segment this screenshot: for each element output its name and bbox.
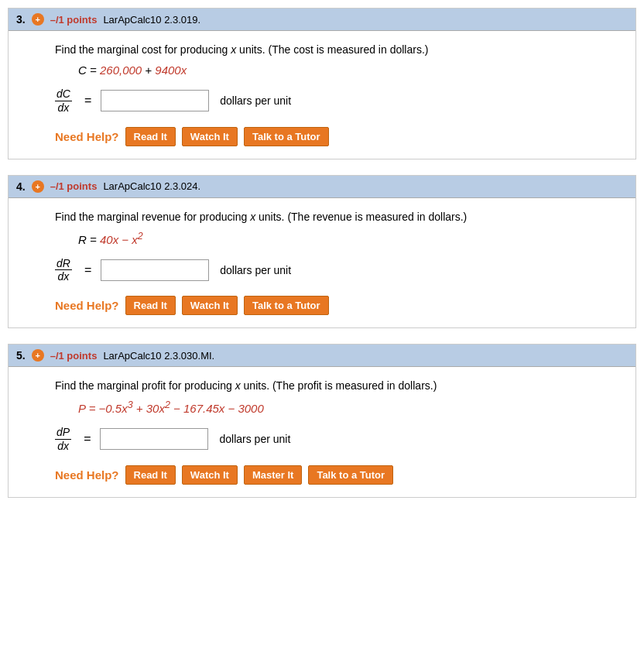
need-help-label-5: Need Help? [55,468,119,482]
derivative-top-4: dR [55,257,72,271]
problem-id-4: LarApCalc10 2.3.024. [103,180,200,192]
question-5-header: 5. + –/1 points LarApCalc10 2.3.030.MI. [9,345,635,367]
points-3: –/1 points [50,14,98,26]
watch-it-btn-3[interactable]: Watch It [182,127,238,146]
answer-row-4: dR dx = dollars per unit [55,257,620,284]
question-5-body: Find the marginal profit for producing x… [9,367,635,497]
derivative-fraction-4: dR dx [55,257,72,284]
answer-input-4[interactable] [101,259,209,281]
points-icon-5: + [32,349,44,362]
derivative-top-3: dC [55,87,72,101]
read-it-btn-4[interactable]: Read It [125,296,176,315]
question-4-header: 4. + –/1 points LarApCalc10 2.3.024. [9,176,635,198]
question-4-number: 4. [16,180,26,193]
derivative-top-5: dP [55,426,71,440]
derivative-bottom-3: dx [57,101,71,115]
need-help-row-4: Need Help? Read It Watch It Talk to a Tu… [55,296,620,315]
equals-3: = [84,94,91,108]
equals-4: = [84,263,91,277]
derivative-bottom-4: dx [57,270,71,283]
question-3-header: 3. + –/1 points LarApCalc10 2.3.019. [9,9,635,31]
watch-it-btn-5[interactable]: Watch It [182,465,238,485]
problem-text-4: Find the marginal revenue for producing … [55,211,620,223]
question-4-body: Find the marginal revenue for producing … [9,198,635,328]
equation-5: P = −0.5x3 + 30x2 − 167.45x − 3000 [78,399,620,415]
points-icon-3: + [32,13,44,26]
read-it-btn-3[interactable]: Read It [125,127,176,146]
answer-input-5[interactable] [100,428,208,450]
units-3: dollars per unit [220,94,291,107]
need-help-row-3: Need Help? Read It Watch It Talk to a Tu… [55,127,620,146]
question-5-number: 5. [16,349,26,362]
problem-id-5: LarApCalc10 2.3.030.MI. [103,350,214,362]
points-icon-4: + [32,180,44,193]
question-3-body: Find the marginal cost for producing x u… [9,31,635,159]
problem-text-5: Find the marginal profit for producing x… [55,379,620,392]
question-3-number: 3. [16,13,26,26]
derivative-bottom-5: dx [56,440,70,453]
problem-id-3: LarApCalc10 2.3.019. [103,14,200,26]
talk-tutor-btn-4[interactable]: Talk to a Tutor [244,296,329,315]
equation-3: C = 260,000 + 9400x [78,63,620,77]
units-4: dollars per unit [220,264,291,276]
need-help-label-3: Need Help? [55,130,119,143]
watch-it-btn-4[interactable]: Watch It [182,296,238,315]
talk-tutor-btn-3[interactable]: Talk to a Tutor [244,127,329,146]
question-5: 5. + –/1 points LarApCalc10 2.3.030.MI. … [8,344,636,498]
need-help-row-5: Need Help? Read It Watch It Master It Ta… [55,465,620,485]
answer-row-5: dP dx = dollars per unit [55,426,620,453]
answer-row-3: dC dx = dollars per unit [55,87,620,115]
need-help-label-4: Need Help? [55,299,119,312]
derivative-fraction-5: dP dx [55,426,71,453]
answer-input-3[interactable] [101,90,209,111]
problem-text-3: Find the marginal cost for producing x u… [55,43,620,56]
read-it-btn-5[interactable]: Read It [125,465,176,485]
points-4: –/1 points [50,180,98,192]
question-3: 3. + –/1 points LarApCalc10 2.3.019. Fin… [8,8,636,159]
talk-tutor-btn-5[interactable]: Talk to a Tutor [308,465,393,485]
master-it-btn-5[interactable]: Master It [244,465,302,485]
derivative-fraction-3: dC dx [55,87,72,115]
equation-4: R = 40x − x2 [78,231,620,246]
question-4: 4. + –/1 points LarApCalc10 2.3.024. Fin… [8,175,636,329]
equals-5: = [84,432,91,446]
units-5: dollars per unit [219,433,290,445]
points-5: –/1 points [50,350,98,362]
